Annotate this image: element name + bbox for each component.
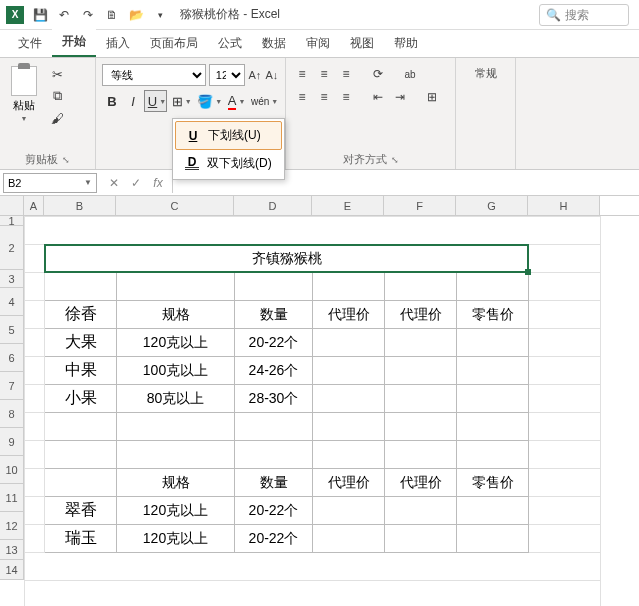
tab-home[interactable]: 开始 (52, 28, 96, 57)
save-icon[interactable]: 💾 (29, 4, 51, 26)
underline-single-item[interactable]: U 下划线(U) (175, 121, 282, 150)
col-header[interactable]: E (312, 196, 384, 215)
cell[interactable]: 120克以上 (117, 497, 235, 525)
cell[interactable]: 代理价 (313, 301, 385, 329)
row-header[interactable]: 7 (0, 372, 24, 400)
row-header[interactable]: 13 (0, 540, 24, 560)
qat-more-icon[interactable]: ▾ (149, 4, 171, 26)
increase-indent-icon[interactable]: ⇥ (390, 87, 410, 107)
search-input[interactable]: 🔍 搜索 (539, 4, 629, 26)
underline-double-item[interactable]: D 双下划线(D) (175, 150, 282, 177)
font-name-select[interactable]: 等线 (102, 64, 206, 86)
cell[interactable] (385, 385, 457, 413)
cell-title[interactable]: 齐镇猕猴桃 (45, 245, 529, 273)
cell[interactable]: 120克以上 (117, 525, 235, 553)
clipboard-launcher-icon[interactable]: ⤡ (62, 155, 70, 165)
cell[interactable]: 徐香 (45, 301, 117, 329)
align-launcher-icon[interactable]: ⤡ (391, 155, 399, 165)
cell[interactable]: 零售价 (457, 469, 529, 497)
italic-button[interactable]: I (123, 90, 143, 112)
cell[interactable] (313, 441, 385, 469)
chevron-down-icon[interactable]: ▼ (159, 98, 166, 105)
cell[interactable] (385, 329, 457, 357)
cell[interactable] (117, 441, 235, 469)
cell[interactable]: 代理价 (385, 301, 457, 329)
font-color-button[interactable]: A▼ (224, 90, 246, 112)
cell[interactable]: 规格 (117, 301, 235, 329)
row-header[interactable]: 9 (0, 428, 24, 456)
cell[interactable]: 20-22个 (235, 329, 313, 357)
cell[interactable] (313, 497, 385, 525)
fx-icon[interactable]: fx (148, 176, 168, 190)
redo-icon[interactable]: ↷ (77, 4, 99, 26)
bold-button[interactable]: B (102, 90, 122, 112)
cell[interactable] (457, 385, 529, 413)
cell[interactable] (457, 413, 529, 441)
cell[interactable] (45, 413, 117, 441)
row-header[interactable]: 5 (0, 316, 24, 344)
align-left-icon[interactable]: ≡ (292, 87, 312, 107)
cell[interactable] (457, 441, 529, 469)
orientation-icon[interactable]: ⟳ (368, 64, 388, 84)
cell[interactable] (313, 329, 385, 357)
cell[interactable] (457, 329, 529, 357)
cell[interactable] (385, 441, 457, 469)
cell[interactable] (385, 413, 457, 441)
row-header[interactable]: 11 (0, 484, 24, 512)
align-top-icon[interactable]: ≡ (292, 64, 312, 84)
cell[interactable]: 小果 (45, 385, 117, 413)
wrap-text-icon[interactable]: ab (400, 64, 420, 84)
open-folder-icon[interactable]: 📂 (125, 4, 147, 26)
worksheet[interactable]: A B C D E F G H 1 2 3 4 5 6 7 8 9 10 11 … (0, 196, 639, 216)
cell[interactable] (457, 525, 529, 553)
row-header[interactable]: 8 (0, 400, 24, 428)
increase-font-icon[interactable]: A↑ (248, 64, 262, 86)
row-header[interactable]: 2 (0, 226, 24, 270)
cell[interactable]: 20-22个 (235, 525, 313, 553)
col-header[interactable]: C (116, 196, 234, 215)
cell[interactable]: 规格 (117, 469, 235, 497)
name-box[interactable]: B2 ▼ (3, 173, 97, 193)
tab-help[interactable]: 帮助 (384, 30, 428, 57)
row-header[interactable]: 12 (0, 512, 24, 540)
cell[interactable] (313, 525, 385, 553)
merge-cells-icon[interactable]: ⊞ (422, 87, 442, 107)
font-size-select[interactable]: 12 (209, 64, 245, 86)
cell[interactable]: 代理价 (313, 469, 385, 497)
tab-data[interactable]: 数据 (252, 30, 296, 57)
cell[interactable]: 100克以上 (117, 357, 235, 385)
cell[interactable]: 数量 (235, 469, 313, 497)
tab-review[interactable]: 审阅 (296, 30, 340, 57)
cell[interactable]: 中果 (45, 357, 117, 385)
cell[interactable]: 代理价 (385, 469, 457, 497)
fill-color-button[interactable]: 🪣▼ (194, 90, 223, 112)
select-all-corner[interactable] (0, 196, 24, 215)
cell[interactable] (235, 413, 313, 441)
cell[interactable] (457, 497, 529, 525)
cell[interactable] (313, 357, 385, 385)
cell[interactable] (313, 413, 385, 441)
cell[interactable] (313, 385, 385, 413)
align-right-icon[interactable]: ≡ (336, 87, 356, 107)
align-bottom-icon[interactable]: ≡ (336, 64, 356, 84)
tab-file[interactable]: 文件 (8, 30, 52, 57)
row-header[interactable]: 3 (0, 270, 24, 288)
cancel-formula-icon[interactable]: ✕ (104, 176, 124, 190)
col-header[interactable]: F (384, 196, 456, 215)
cell[interactable] (235, 441, 313, 469)
cell[interactable] (385, 525, 457, 553)
underline-button[interactable]: U▼ (144, 90, 167, 112)
tab-formulas[interactable]: 公式 (208, 30, 252, 57)
cell[interactable] (457, 357, 529, 385)
cell[interactable] (385, 497, 457, 525)
row-header[interactable]: 14 (0, 560, 24, 580)
row-header[interactable]: 1 (0, 216, 24, 226)
copy-icon[interactable]: ⧉ (46, 86, 68, 106)
align-middle-icon[interactable]: ≡ (314, 64, 334, 84)
col-header[interactable]: A (24, 196, 44, 215)
phonetic-button[interactable]: wén▼ (247, 90, 279, 112)
decrease-indent-icon[interactable]: ⇤ (368, 87, 388, 107)
format-painter-icon[interactable]: 🖌 (46, 108, 68, 128)
row-header[interactable]: 4 (0, 288, 24, 316)
number-format-select[interactable]: 常规 (462, 62, 509, 165)
